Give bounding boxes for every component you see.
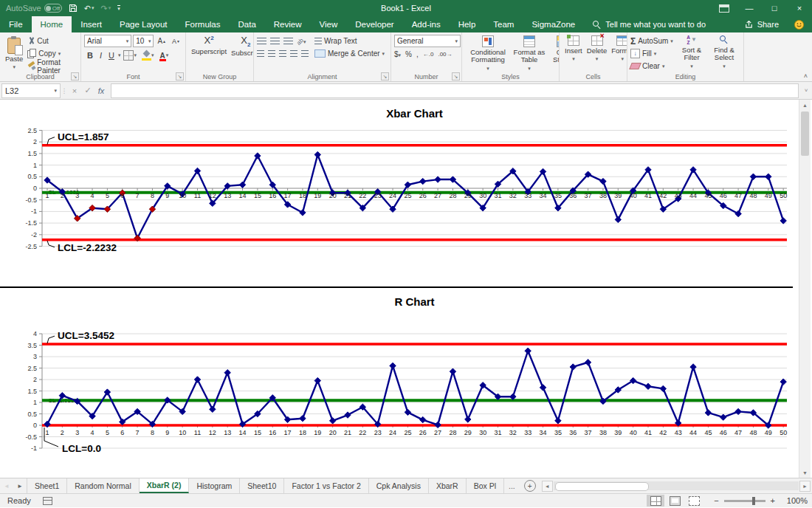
horizontal-scrollbar[interactable]: ◄ ► bbox=[542, 481, 811, 491]
align-right-icon[interactable] bbox=[279, 50, 286, 57]
sheet-nav-left-icon[interactable]: ◄ bbox=[0, 478, 13, 493]
tab-add-ins[interactable]: Add-ins bbox=[403, 16, 450, 32]
underline-dropdown-icon[interactable]: ▾ bbox=[118, 52, 121, 58]
hscroll-right-icon[interactable]: ► bbox=[799, 481, 811, 492]
decrease-decimal-button[interactable]: .00→ bbox=[438, 51, 452, 58]
sheet-tab-factor1-vs-factor2[interactable]: Factor 1 vs Factor 2 bbox=[284, 478, 368, 493]
maximize-button[interactable]: □ bbox=[762, 0, 787, 16]
tab-formulas[interactable]: Formulas bbox=[176, 16, 230, 32]
cancel-entry-button[interactable]: × bbox=[68, 86, 81, 95]
zoom-slider[interactable] bbox=[724, 500, 765, 502]
save-button[interactable] bbox=[69, 4, 78, 13]
formula-bar-expand-icon[interactable]: ˅ bbox=[800, 87, 812, 94]
hscroll-left-icon[interactable]: ◄ bbox=[542, 481, 553, 492]
sheet-tabs-overflow[interactable]: ... bbox=[504, 478, 520, 493]
hscroll-track[interactable] bbox=[554, 481, 799, 490]
number-dialog-launcher-icon[interactable]: ↘ bbox=[452, 72, 460, 80]
sheet-tab-cpk-analysis[interactable]: Cpk Analysis bbox=[369, 478, 429, 493]
fill-color-button[interactable]: ▾ bbox=[140, 50, 156, 61]
comma-button[interactable]: , bbox=[416, 50, 419, 58]
underline-button[interactable]: U bbox=[106, 50, 117, 61]
zoom-level[interactable]: 100% bbox=[782, 496, 808, 505]
increase-indent-icon[interactable] bbox=[301, 50, 309, 57]
tab-page-layout[interactable]: Page Layout bbox=[111, 16, 176, 32]
format-painter-button[interactable]: Format Painter bbox=[27, 60, 78, 72]
page-break-view-button[interactable] bbox=[685, 495, 703, 507]
tab-home[interactable]: Home bbox=[32, 16, 72, 32]
insert-function-button[interactable]: fx bbox=[94, 86, 108, 95]
font-size-select[interactable]: 10▾ bbox=[133, 35, 154, 47]
cell-styles-button[interactable]: Cell Styles ▾ bbox=[548, 35, 560, 72]
page-layout-view-button[interactable] bbox=[666, 495, 684, 507]
bottom-align-icon[interactable] bbox=[283, 38, 293, 44]
fill-button[interactable]: ↓Fill▾ bbox=[630, 47, 675, 60]
paste-button[interactable]: Paste ▾ bbox=[3, 35, 25, 71]
top-align-icon[interactable] bbox=[257, 38, 266, 44]
r-chart[interactable]: CL=1.085243.532.521.510.50-0.5-112345678… bbox=[0, 288, 797, 478]
font-color-button[interactable]: A▾ bbox=[157, 51, 171, 61]
tell-me-box[interactable]: Tell me what you want to do bbox=[584, 16, 715, 32]
scroll-down-icon[interactable]: ▼ bbox=[799, 467, 811, 478]
alignment-dialog-launcher-icon[interactable]: ↘ bbox=[381, 72, 389, 80]
number-format-select[interactable]: General▾ bbox=[394, 35, 461, 47]
tab-insert[interactable]: Insert bbox=[72, 16, 111, 32]
tab-data[interactable]: Data bbox=[230, 16, 265, 32]
zoom-in-button[interactable]: + bbox=[771, 496, 775, 505]
sheet-tab-xbarr[interactable]: XbarR bbox=[429, 478, 467, 493]
redo-button[interactable]: ↷▾ bbox=[100, 4, 111, 13]
tab-team[interactable]: Team bbox=[484, 16, 523, 32]
tab-help[interactable]: Help bbox=[450, 16, 485, 32]
sheet-tab-box-plot[interactable]: Box Pl bbox=[467, 478, 504, 493]
increase-decimal-button[interactable]: ←.0 bbox=[423, 51, 434, 58]
sheet-tab-random-normal[interactable]: Random Normal bbox=[67, 478, 139, 493]
xbar-chart[interactable]: CL=-0.18312.521.510.50-0.5-1-1.5-2-2.512… bbox=[0, 100, 797, 286]
insert-cells-button[interactable]: Insert ▾ bbox=[562, 35, 585, 63]
undo-button[interactable]: ↶▾ bbox=[84, 4, 94, 13]
tab-file[interactable]: File bbox=[0, 16, 32, 32]
sheet-tab-xbarr-2[interactable]: XbarR (2) bbox=[140, 478, 190, 493]
confirm-entry-button[interactable]: ✓ bbox=[81, 86, 94, 95]
scroll-up-icon[interactable]: ▲ bbox=[799, 100, 811, 110]
bold-button[interactable]: B bbox=[84, 50, 96, 61]
tab-review[interactable]: Review bbox=[265, 16, 311, 32]
ribbon-display-options-button[interactable] bbox=[712, 0, 737, 16]
clipboard-dialog-launcher-icon[interactable]: ↘ bbox=[71, 72, 79, 80]
sort-filter-button[interactable]: AZ▼ Sort & Filter ▾ bbox=[675, 35, 708, 70]
new-sheet-button[interactable]: + bbox=[524, 480, 536, 492]
macro-record-icon[interactable] bbox=[43, 497, 52, 505]
normal-view-button[interactable] bbox=[647, 495, 664, 507]
vertical-scroll-thumb[interactable] bbox=[801, 111, 809, 156]
vertical-scrollbar[interactable]: ▲ ▼ bbox=[799, 100, 811, 478]
zoom-slider-thumb[interactable] bbox=[752, 497, 755, 505]
format-as-table-button[interactable]: Format as Table ▾ bbox=[511, 35, 548, 72]
sheet-tab-sheet1[interactable]: Sheet1 bbox=[27, 478, 67, 493]
tab-sigmazone[interactable]: SigmaZone bbox=[523, 16, 584, 32]
align-left-icon[interactable] bbox=[257, 50, 264, 57]
cut-button[interactable]: Cut bbox=[27, 35, 78, 47]
hscroll-thumb[interactable] bbox=[555, 482, 649, 491]
collapse-ribbon-button[interactable]: ˄ bbox=[804, 72, 808, 80]
tab-developer[interactable]: Developer bbox=[346, 16, 402, 32]
orientation-button[interactable]: ab▾ bbox=[297, 37, 306, 45]
borders-button[interactable]: ▾ bbox=[121, 49, 139, 61]
font-dialog-launcher-icon[interactable]: ↘ bbox=[176, 72, 184, 80]
sheet-tab-sheet10[interactable]: Sheet10 bbox=[240, 478, 284, 493]
name-box[interactable]: L32▾ bbox=[1, 83, 61, 98]
autosave-toggle[interactable]: AutoSave Off bbox=[6, 4, 62, 13]
percent-button[interactable]: % bbox=[405, 50, 412, 58]
wrap-text-button[interactable]: Wrap Text bbox=[314, 35, 385, 47]
align-center-icon[interactable] bbox=[268, 50, 275, 57]
customize-quick-access-button[interactable]: ▾ bbox=[117, 5, 120, 12]
minimize-button[interactable]: — bbox=[737, 0, 762, 16]
increase-font-button[interactable]: A▲ bbox=[155, 36, 168, 46]
close-button[interactable]: × bbox=[787, 0, 812, 16]
zoom-out-button[interactable]: − bbox=[714, 496, 718, 505]
share-button[interactable]: Share bbox=[737, 16, 786, 32]
decrease-indent-icon[interactable] bbox=[290, 50, 297, 57]
find-select-button[interactable]: Find & Select ▾ bbox=[708, 35, 740, 70]
superscript-button[interactable]: X2 Superscript bbox=[189, 35, 229, 56]
format-cells-button[interactable]: Format ▾ bbox=[609, 35, 627, 63]
conditional-formatting-button[interactable]: Conditional Formatting ▾ bbox=[465, 35, 511, 72]
decrease-font-button[interactable]: A▼ bbox=[170, 37, 182, 46]
autosum-button[interactable]: ΣAutoSum▾ bbox=[630, 35, 675, 47]
